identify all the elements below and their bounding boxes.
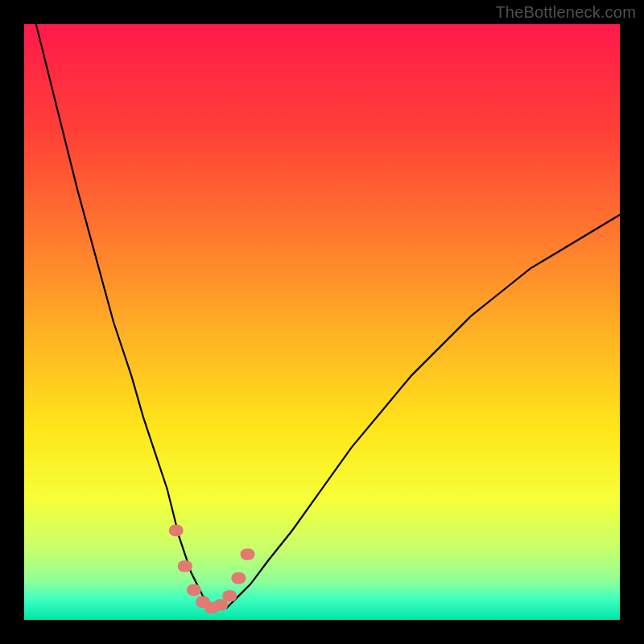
marker-dot — [231, 572, 246, 584]
marker-dot — [241, 548, 255, 559]
watermark-text: TheBottleneck.com — [495, 3, 636, 22]
marker-dot — [178, 560, 192, 572]
plot-svg — [24, 24, 620, 620]
marker-dot — [187, 584, 201, 596]
marker-dot — [222, 590, 237, 601]
marker-dot — [169, 525, 184, 536]
plot-area — [24, 24, 620, 620]
chart-stage: TheBottleneck.com — [0, 0, 644, 644]
